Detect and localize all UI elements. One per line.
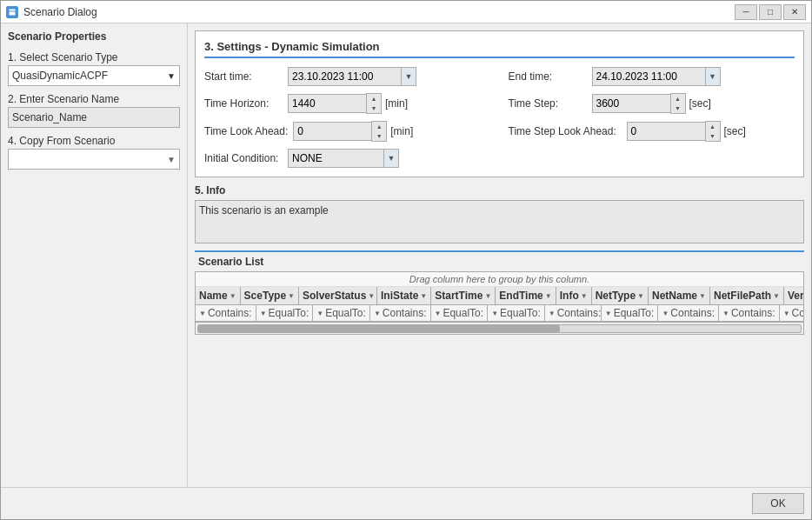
close-button[interactable]: ✕ [783,4,806,20]
minimize-button[interactable]: ─ [735,4,757,20]
filter-version: ▼ Contains: [780,305,804,321]
time-step-look-ahead-up-btn[interactable]: ▲ [706,122,720,131]
th-netfilepath-label: NetFilePath [714,290,771,302]
scenario-dialog: Scenario Dialog ─ □ ✕ Scenario Propertie… [0,0,812,520]
time-look-ahead-down-btn[interactable]: ▼ [372,131,386,141]
th-info-label: Info [560,290,579,302]
filter-nettype-label: EqualTo: [614,307,655,319]
th-netname[interactable]: NetName ▼ [649,287,710,304]
maximize-button[interactable]: □ [759,4,782,20]
chevron-down-icon: ▼ [167,71,176,81]
th-inistate[interactable]: IniState ▼ [377,287,431,304]
filter-name-label: Contains: [208,307,252,319]
filter-icon: ▼ [545,292,552,300]
scenario-list-table: Drag column here to group by this column… [195,271,804,335]
end-time-dropdown-btn[interactable]: ▼ [705,67,721,86]
filter-icon: ▼ [288,292,295,300]
filter-solverstatus: ▼ EqualTo: [313,305,370,321]
th-solverstatus[interactable]: SolverStatus ▼ [299,287,377,304]
svg-rect-0 [9,9,16,16]
start-time-field[interactable] [288,67,401,86]
th-inistate-label: IniState [381,290,418,302]
horizontal-scrollbar[interactable] [196,322,803,334]
filter-drop-icon: ▼ [783,310,790,317]
scenario-type-dropdown[interactable]: QuasiDynamicACPF ▼ [8,65,180,86]
window-title: Scenario Dialog [23,6,97,18]
th-version[interactable]: Version [784,287,804,304]
scrollbar-thumb[interactable] [198,325,560,332]
time-step-row: Time Step: ▲ ▼ [sec] [509,93,795,114]
settings-header: 3. Settings - Dynamic Simulation [204,40,795,58]
th-endtime[interactable]: EndTime ▼ [496,287,556,304]
time-look-ahead-spinner[interactable]: ▲ ▼ [293,121,387,142]
start-time-label: Start time: [204,70,283,83]
time-step-input-group: ▲ ▼ [sec] [592,93,795,114]
time-step-look-ahead-input-group: ▲ ▼ [sec] [627,121,795,142]
step4-section: 4. Copy From Scenario ▼ [8,135,180,170]
th-name[interactable]: Name ▼ [196,287,241,304]
start-time-input-group: ▼ [288,67,491,86]
step1-section: 1. Select Scenario Type QuasiDynamicACPF… [8,51,180,86]
filter-name: ▼ Contains: [196,305,256,321]
end-time-label: End time: [509,70,587,83]
time-horizon-input-group: ▲ ▼ [min] [288,93,491,114]
time-step-up-btn[interactable]: ▲ [671,94,685,103]
th-netfilepath[interactable]: NetFilePath ▼ [710,287,784,304]
filter-icon: ▼ [773,292,780,300]
th-info[interactable]: Info ▼ [556,287,592,304]
scenario-list-section: Scenario List Drag column here to group … [195,250,804,335]
time-step-spinner[interactable]: ▲ ▼ [592,93,686,114]
time-step-look-ahead-down-btn[interactable]: ▼ [706,131,720,141]
time-horizon-label: Time Horizon: [204,97,283,110]
time-look-ahead-up-btn[interactable]: ▲ [372,122,386,131]
end-time-field[interactable] [592,67,705,86]
time-horizon-field[interactable] [288,94,366,113]
th-nettype[interactable]: NetType ▼ [592,287,649,304]
settings-box: 3. Settings - Dynamic Simulation Start t… [195,30,804,177]
filter-netfilepath-label: Contains: [731,307,775,319]
time-step-down-btn[interactable]: ▼ [671,103,685,113]
th-starttime[interactable]: StartTime ▼ [431,287,496,304]
time-horizon-down-btn[interactable]: ▼ [367,103,381,113]
start-time-dropdown-btn[interactable]: ▼ [401,67,416,86]
filter-netname: ▼ Contains: [658,305,719,321]
th-scetype[interactable]: SceType ▼ [241,287,299,304]
start-time-dropdown[interactable]: ▼ [288,67,416,86]
filter-drop-icon: ▼ [199,310,206,317]
end-time-dropdown[interactable]: ▼ [592,67,721,86]
filter-drop-icon: ▼ [374,310,381,317]
filter-endtime: ▼ EqualTo: [488,305,545,321]
filter-nettype: ▼ EqualTo: [602,305,659,321]
th-starttime-label: StartTime [435,290,483,302]
filter-netfilepath: ▼ Contains: [719,305,780,321]
info-label: 5. Info [195,184,804,197]
th-name-label: Name [199,290,228,302]
th-endtime-label: EndTime [499,290,542,302]
info-textarea[interactable]: This scenario is an example [195,200,804,243]
time-horizon-up-btn[interactable]: ▲ [367,94,381,103]
initial-condition-field[interactable] [288,149,383,168]
th-version-label: Version [788,290,804,302]
time-step-look-ahead-spinner[interactable]: ▲ ▼ [627,121,721,142]
app-icon [6,6,18,18]
settings-form: Start time: ▼ End time: [204,67,795,168]
left-panel: Scenario Properties 1. Select Scenario T… [1,23,188,487]
filter-inistate-label: Contains: [383,307,427,319]
time-step-spin-buttons: ▲ ▼ [670,93,686,114]
time-look-ahead-input-group: ▲ ▼ [min] [293,121,490,142]
time-look-ahead-field[interactable] [293,122,371,141]
filter-drop-icon: ▼ [491,310,498,317]
table-filter-row: ▼ Contains: ▼ EqualTo: ▼ EqualTo: ▼ [196,305,803,322]
time-horizon-spinner[interactable]: ▲ ▼ [288,93,382,114]
time-step-unit: [sec] [689,97,711,110]
time-step-field[interactable] [592,94,670,113]
time-step-look-ahead-field[interactable] [627,122,705,141]
copy-from-dropdown[interactable]: ▼ [8,149,180,170]
ok-button[interactable]: OK [752,493,804,514]
initial-condition-dropdown-btn[interactable]: ▼ [383,149,399,168]
filter-info-label: Contains: [557,307,602,319]
time-horizon-spin-buttons: ▲ ▼ [366,93,382,114]
initial-condition-dropdown[interactable]: ▼ [288,149,399,168]
filter-endtime-label: EqualTo: [500,307,541,319]
scenario-name-input[interactable] [8,107,180,128]
